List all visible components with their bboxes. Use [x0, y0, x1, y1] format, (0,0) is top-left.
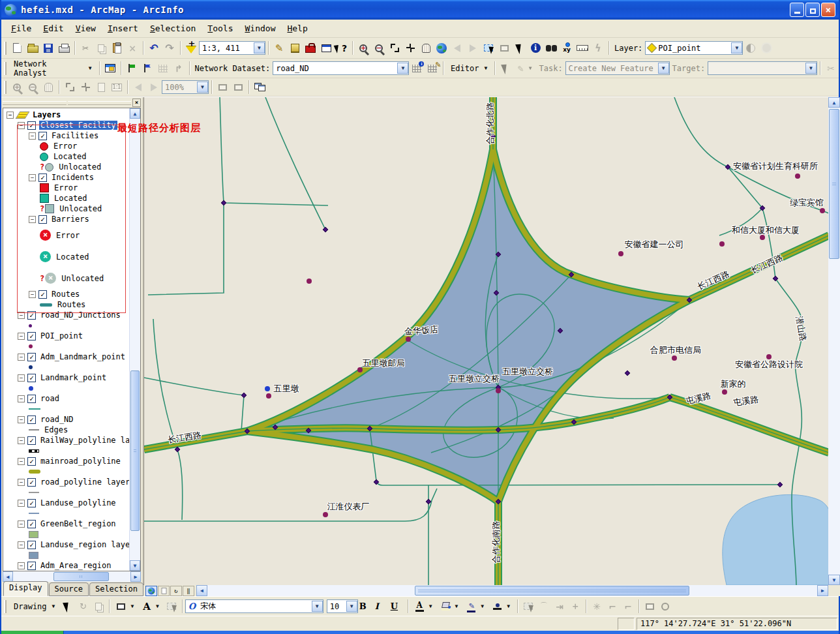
toc-row[interactable]: −✓POI_point: [3, 331, 129, 341]
effects-layer-combo[interactable]: POI_point ▼: [645, 41, 743, 55]
layer-checkbox[interactable]: ✓: [27, 562, 36, 570]
clear-selection-button[interactable]: [496, 40, 512, 56]
data-view-button[interactable]: [145, 586, 157, 596]
arctoolbox-button[interactable]: [303, 40, 318, 56]
collapse-icon[interactable]: −: [29, 174, 36, 181]
new-rectangle-button[interactable]: [642, 599, 657, 614]
toc-row[interactable]: [3, 362, 129, 372]
toc-row[interactable]: −✓Barriers: [3, 214, 129, 224]
scroll-down-icon[interactable]: ▼: [130, 560, 140, 571]
zoom-out-button[interactable]: −: [371, 40, 387, 56]
toc-row[interactable]: −✓Landmark_point: [3, 372, 129, 383]
go-forward-extent-button[interactable]: [146, 80, 162, 95]
scroll-up-icon[interactable]: ▲: [828, 97, 840, 108]
close-button[interactable]: ×: [821, 3, 835, 17]
align-left-button[interactable]: ⌐: [605, 599, 620, 614]
restore-button[interactable]: [805, 3, 820, 17]
collapse-icon[interactable]: −: [18, 437, 25, 444]
network-identify-button[interactable]: i: [409, 61, 425, 76]
menu-item-help[interactable]: Help: [281, 21, 313, 36]
toc-row[interactable]: −✓Adm_Area_region: [3, 560, 129, 571]
layer-checkbox[interactable]: ✓: [38, 215, 47, 224]
toc-row[interactable]: −Layers: [3, 110, 129, 120]
print-button[interactable]: [56, 40, 72, 56]
layout-view-button[interactable]: [158, 586, 170, 596]
network-dataset-combo[interactable]: road_ND ▼: [273, 61, 409, 75]
add-data-button[interactable]: [183, 40, 199, 56]
scroll-left-icon[interactable]: ◀: [3, 571, 13, 582]
edit-tool-button[interactable]: [498, 61, 513, 76]
menu-item-file[interactable]: File: [5, 21, 37, 36]
hyperlink-button[interactable]: ϟ: [590, 40, 606, 56]
toc-row[interactable]: ?Unlocated: [3, 204, 129, 214]
toc-row[interactable]: [3, 320, 129, 331]
toc-row[interactable]: [3, 383, 129, 393]
menu-item-window[interactable]: Window: [239, 21, 282, 36]
network-edit-button[interactable]: ✎: [425, 61, 440, 76]
menu-item-selection[interactable]: Selection: [144, 21, 202, 36]
toolbar-grip[interactable]: [4, 62, 7, 75]
font-family-combo[interactable]: O 宋体 ▼: [185, 599, 323, 613]
layer-checkbox[interactable]: ✓: [38, 132, 47, 140]
layer-checkbox[interactable]: ✓: [38, 290, 47, 299]
open-button[interactable]: [25, 40, 40, 56]
italic-button[interactable]: I: [374, 599, 389, 614]
toc-row[interactable]: Routes: [3, 299, 129, 310]
layer-checkbox[interactable]: ✓: [27, 478, 36, 487]
map-vertical-scrollbar[interactable]: ▲ ▼: [828, 97, 840, 585]
toc-row[interactable]: −✓mainroad_polyline: [3, 456, 129, 466]
toc-row[interactable]: [3, 550, 129, 560]
nudge-button[interactable]: ✳: [589, 599, 605, 614]
toc-row[interactable]: −✓GreenBelt_region: [3, 519, 129, 529]
minimize-button[interactable]: [790, 3, 804, 17]
toc-row[interactable]: [3, 404, 129, 414]
toc-row[interactable]: −✓Closest Facility: [3, 120, 129, 130]
go-to-xy-button[interactable]: xy: [559, 40, 575, 56]
network-analyst-window-button[interactable]: [102, 61, 118, 76]
layer-checkbox[interactable]: ✓: [27, 436, 36, 445]
layer-checkbox[interactable]: ✓: [27, 353, 36, 361]
zoom-whole-page-button[interactable]: [62, 80, 78, 95]
align-right-button[interactable]: ⌐: [620, 599, 636, 614]
collapse-icon[interactable]: −: [18, 500, 25, 507]
toc-row[interactable]: ?Unlocated: [3, 162, 129, 172]
collapse-icon[interactable]: −: [29, 132, 36, 140]
map-canvas[interactable]: 合作化北路安徽省计划生育科研所绿宝宾馆和信大厦和信大厦安徽省建一公司长江西路长江…: [143, 97, 828, 585]
toc-row[interactable]: [3, 529, 129, 539]
layer-checkbox[interactable]: ✓: [27, 332, 36, 340]
fixed-zoom-out-button[interactable]: [402, 40, 418, 56]
font-color-button[interactable]: A▼: [411, 599, 437, 614]
layer-checkbox[interactable]: ✓: [27, 121, 36, 130]
bold-button[interactable]: B: [358, 599, 374, 614]
map-scale-combo[interactable]: 1:3, 411 ▼: [199, 41, 265, 55]
toc-row[interactable]: Error: [3, 183, 129, 193]
toc-row[interactable]: [3, 487, 129, 498]
collapse-icon[interactable]: −: [29, 291, 36, 298]
undo-button[interactable]: ↶: [146, 40, 162, 56]
toc-row[interactable]: −✓Facilities: [3, 130, 129, 141]
toc-row[interactable]: −✓road_ND: [3, 414, 129, 425]
toggle-draft-mode-button[interactable]: [215, 80, 230, 95]
toc-row[interactable]: −✓Landuse_polyline: [3, 498, 129, 508]
scroll-right-icon[interactable]: ▶: [130, 571, 141, 582]
chevron-down-icon[interactable]: ▼: [312, 601, 323, 612]
chevron-down-icon[interactable]: ▼: [397, 63, 408, 74]
toc-row[interactable]: −✓road: [3, 393, 129, 404]
layer-checkbox[interactable]: ✓: [27, 415, 36, 424]
toolbar-grip[interactable]: [4, 600, 7, 613]
toc-row[interactable]: −✓Adm_Landmark_point: [3, 352, 129, 362]
fixed-page-zoom-button[interactable]: [93, 80, 109, 95]
toc-row[interactable]: [3, 341, 129, 352]
toc-row[interactable]: [3, 466, 129, 477]
contrast-button[interactable]: [743, 40, 758, 56]
toc-row[interactable]: −✓Routes: [3, 289, 129, 299]
layer-checkbox[interactable]: ✓: [27, 395, 36, 403]
scrollbar-thumb[interactable]: [829, 109, 839, 259]
collapse-icon[interactable]: −: [18, 479, 25, 486]
change-layout-button[interactable]: [252, 80, 267, 95]
collapse-icon[interactable]: −: [7, 112, 14, 119]
chevron-down-icon[interactable]: ▼: [731, 42, 742, 53]
toc-row[interactable]: Located: [3, 193, 129, 204]
collapse-icon[interactable]: −: [18, 374, 25, 382]
scale-text-button[interactable]: [520, 599, 536, 614]
